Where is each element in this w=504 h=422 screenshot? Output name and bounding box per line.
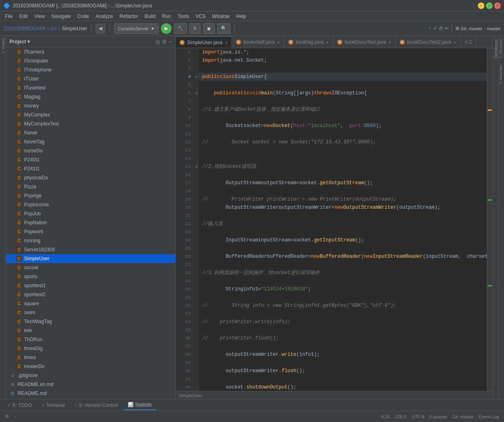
code-line-39[interactable]: [199, 359, 487, 367]
code-line-35[interactable]: [199, 326, 487, 334]
tree-item-sporttest1[interactable]: Csporttest1: [6, 281, 175, 290]
code-line-24[interactable]: InputStream inputStream = socket.getInpu…: [199, 236, 487, 244]
menu-item-run[interactable]: Run: [159, 13, 174, 20]
tree-item-gitignore[interactable]: ⊙.gitignore: [6, 371, 175, 380]
code-line-1[interactable]: import java.io.*;: [199, 48, 487, 56]
code-line-27[interactable]: [199, 261, 487, 269]
build-button[interactable]: 🔨: [174, 23, 187, 34]
bottom-tab-statistic[interactable]: 📊Statistic: [124, 400, 156, 410]
event-log[interactable]: Event Log: [479, 414, 499, 419]
code-line-18[interactable]: [199, 187, 487, 195]
code-line-5[interactable]: [199, 81, 487, 89]
database-label[interactable]: Database: [493, 39, 498, 58]
tree-item-magtag[interactable]: CMagtag: [6, 92, 175, 101]
tab-close-icon[interactable]: ×: [277, 40, 280, 45]
run-button[interactable]: ▶: [161, 23, 172, 34]
breadcrumb-file[interactable]: SimpleUser: [62, 26, 87, 31]
git-branch-status[interactable]: Git: master: [452, 414, 474, 419]
locate-icon[interactable]: ◎: [155, 38, 160, 45]
code-line-36[interactable]: // printWriter.flush();: [199, 334, 487, 342]
menu-item-code[interactable]: Code: [74, 13, 92, 20]
bottom-tab-9versioncontrol[interactable]: ⑂9: Version Control: [70, 400, 122, 410]
tree-item-itcomputer[interactable]: CITcomputer: [6, 56, 175, 65]
menu-item-navigate[interactable]: Navigate: [48, 13, 74, 20]
tree-item-swim[interactable]: Cswim: [6, 308, 175, 317]
tab-close-icon[interactable]: ×: [388, 40, 391, 45]
code-line-10[interactable]: Socket socket = new Socket( host: "local…: [199, 122, 487, 130]
code-line-23[interactable]: [199, 228, 487, 236]
menu-item-help[interactable]: Help: [233, 13, 250, 20]
code-line-31[interactable]: [199, 293, 487, 301]
code-line-15[interactable]: //2.得到socket读写流: [199, 163, 487, 171]
menu-item-analyze[interactable]: Analyze: [92, 13, 116, 20]
code-line-29[interactable]: [199, 277, 487, 285]
encoding[interactable]: UTF-8: [411, 414, 424, 419]
code-line-19[interactable]: // PrintWriter printWriter = new PrintWr…: [199, 195, 487, 203]
search-button[interactable]: 🔍: [217, 23, 230, 34]
settings-gear-icon[interactable]: ⚙: [5, 414, 9, 419]
menu-item-tools[interactable]: Tools: [174, 13, 192, 20]
tree-item-sports[interactable]: Csports: [6, 272, 175, 281]
tree-item-name[interactable]: CName: [6, 128, 175, 137]
indent-type[interactable]: 4 spaces: [429, 414, 447, 419]
git-layout-icon[interactable]: ⊞: [455, 26, 459, 31]
favorites-tab[interactable]: 3: Favorites: [499, 65, 504, 84]
tree-item-pizza[interactable]: CPizza: [6, 182, 175, 191]
tree-item-noveltag[interactable]: CNovelTag: [6, 137, 175, 146]
tree-item-money[interactable]: Cmoney: [6, 101, 175, 110]
code-line-40[interactable]: outputStreamWriter.flush();: [199, 367, 487, 375]
code-line-3[interactable]: [199, 65, 487, 73]
tree-item-popwork[interactable]: CPopwork: [6, 227, 175, 236]
code-line-7[interactable]: [199, 97, 487, 105]
code-line-2[interactable]: import java.net.Socket;: [199, 56, 487, 65]
tree-item-itmobphone[interactable]: CITmobphone: [6, 65, 175, 74]
fold-4[interactable]: ▼: [194, 73, 199, 81]
tree-item-threedig[interactable]: CthreeDig: [6, 344, 175, 353]
tab-simpleuserjava[interactable]: CSimpleUser.java×: [176, 36, 232, 48]
code-line-16[interactable]: [199, 171, 487, 179]
code-line-30[interactable]: String info1 = "114514+1919810";: [199, 285, 487, 293]
tree-item-times[interactable]: Ctimes: [6, 353, 175, 362]
tree-item-popjob[interactable]: CPopJob: [6, 209, 175, 218]
tab-overflow[interactable]: ≡ 2: [461, 36, 476, 48]
project-icon[interactable]: 1: Project: [0, 38, 6, 54]
menu-item-vcs[interactable]: VCS: [192, 13, 209, 20]
tree-item-server182308[interactable]: CServer182308: [6, 245, 175, 254]
code-line-22[interactable]: //输入流: [199, 220, 487, 228]
tree-item-itcamera[interactable]: CITcamera: [6, 47, 175, 56]
menu-item-window[interactable]: Window: [209, 13, 233, 20]
tab-bookshelfjava[interactable]: Cbookshelf.java×: [232, 36, 284, 48]
code-line-21[interactable]: [199, 212, 487, 220]
line-ending[interactable]: CRLF: [395, 414, 407, 419]
maximize-button[interactable]: □: [486, 2, 493, 9]
tab-booktagjava[interactable]: Cbooktag.java×: [284, 36, 333, 48]
tree-item-readmeenmd[interactable]: MREADME.en.md: [6, 380, 175, 389]
tree-item-itusertest[interactable]: CITusertest: [6, 83, 175, 92]
code-line-32[interactable]: // String info = new String(info1.getByt…: [199, 301, 487, 310]
code-line-42[interactable]: socket.shutdownOutput();: [199, 383, 487, 391]
stop-button[interactable]: ⏹: [203, 23, 215, 34]
tree-item-soccer[interactable]: Csoccer: [6, 263, 175, 272]
tab-bookducotest2java[interactable]: CbookDucoTest2.java×: [396, 36, 461, 48]
code-line-17[interactable]: OutputStream outputStream = socket.getOu…: [199, 179, 487, 187]
code-line-37[interactable]: [199, 342, 487, 351]
tree-item-ituser[interactable]: CITUser: [6, 74, 175, 83]
hide-icon[interactable]: −: [169, 38, 172, 45]
tree-item-nursedo[interactable]: CnurseDo: [6, 146, 175, 155]
git-rollback-icon[interactable]: ↩: [445, 26, 448, 31]
tab-close-icon[interactable]: ×: [454, 40, 456, 45]
tree-item-treaterdo[interactable]: CtreaterDo: [6, 362, 175, 371]
code-line-20[interactable]: OutputStreamWriter outputStreamWriter = …: [199, 203, 487, 212]
code-line-13[interactable]: [199, 146, 487, 154]
fold-15[interactable]: ▼: [194, 163, 199, 171]
tree-item-readmemd[interactable]: MREADME.md: [6, 389, 175, 398]
code-line-6[interactable]: public static void main(String[] args) t…: [199, 89, 487, 97]
code-line-4[interactable]: public class SimpleUser {: [199, 73, 487, 81]
code-line-14[interactable]: [199, 154, 487, 163]
code-line-38[interactable]: outputStreamWriter.write(info1);: [199, 351, 487, 359]
run-config-button[interactable]: ComplexServer ▼: [114, 23, 158, 34]
code-editor[interactable]: import java.io.*;import java.net.Socket;…: [199, 48, 487, 391]
code-line-28[interactable]: //3.利用流按照一定的操作，对socket进行读写操作: [199, 269, 487, 277]
breadcrumb-project[interactable]: 20182308MOGAMI: [3, 26, 45, 31]
hide-statusbar-icon[interactable]: −: [14, 414, 16, 419]
